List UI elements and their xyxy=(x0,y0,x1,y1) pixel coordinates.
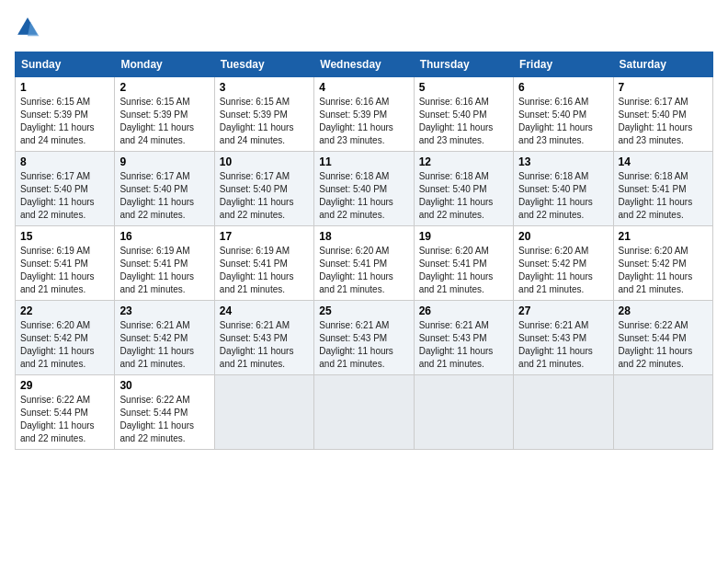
day-info: Sunrise: 6:20 AM Sunset: 5:42 PM Dayligh… xyxy=(619,245,708,296)
daylight-label: Daylight: 11 hours and 23 minutes. xyxy=(619,122,693,145)
sunrise-label: Sunrise: 6:19 AM xyxy=(20,246,90,256)
sunset-label: Sunset: 5:44 PM xyxy=(619,333,687,343)
day-number: 19 xyxy=(419,230,508,243)
sunset-label: Sunset: 5:43 PM xyxy=(518,333,586,343)
day-number: 14 xyxy=(619,155,708,168)
sunset-label: Sunset: 5:40 PM xyxy=(220,184,288,194)
weekday-header-cell: Wednesday xyxy=(314,52,414,77)
calendar-day-cell: 21 Sunrise: 6:20 AM Sunset: 5:42 PM Dayl… xyxy=(613,226,712,301)
calendar-day-cell: 2 Sunrise: 6:15 AM Sunset: 5:39 PM Dayli… xyxy=(115,77,214,152)
day-number: 20 xyxy=(518,230,608,243)
calendar-day-cell: 23 Sunrise: 6:21 AM Sunset: 5:42 PM Dayl… xyxy=(115,301,214,375)
day-info: Sunrise: 6:16 AM Sunset: 5:40 PM Dayligh… xyxy=(419,96,508,147)
calendar-day-cell: 22 Sunrise: 6:20 AM Sunset: 5:42 PM Dayl… xyxy=(16,301,115,375)
calendar-day-cell: 29 Sunrise: 6:22 AM Sunset: 5:44 PM Dayl… xyxy=(16,375,115,450)
day-number: 2 xyxy=(119,81,209,94)
day-number: 18 xyxy=(319,230,408,243)
daylight-label: Daylight: 11 hours and 22 minutes. xyxy=(319,197,393,220)
calendar-day-cell: 7 Sunrise: 6:17 AM Sunset: 5:40 PM Dayli… xyxy=(613,77,712,152)
sunset-label: Sunset: 5:39 PM xyxy=(20,109,88,120)
day-number: 30 xyxy=(119,379,209,392)
calendar-day-cell: 13 Sunrise: 6:18 AM Sunset: 5:40 PM Dayl… xyxy=(514,152,613,226)
sunrise-label: Sunrise: 6:21 AM xyxy=(119,320,189,330)
daylight-label: Daylight: 11 hours and 21 minutes. xyxy=(20,271,95,294)
calendar-body: 1 Sunrise: 6:15 AM Sunset: 5:39 PM Dayli… xyxy=(16,77,713,450)
sunrise-label: Sunrise: 6:16 AM xyxy=(319,97,389,107)
daylight-label: Daylight: 11 hours and 21 minutes. xyxy=(518,346,593,369)
calendar-day-cell xyxy=(214,375,313,450)
sunrise-label: Sunrise: 6:22 AM xyxy=(20,395,90,405)
sunrise-label: Sunrise: 6:22 AM xyxy=(619,320,688,330)
sunrise-label: Sunrise: 6:17 AM xyxy=(220,171,290,181)
sunrise-label: Sunrise: 6:21 AM xyxy=(319,320,389,330)
daylight-label: Daylight: 11 hours and 21 minutes. xyxy=(619,271,693,294)
day-number: 17 xyxy=(220,230,309,243)
sunset-label: Sunset: 5:40 PM xyxy=(20,184,88,194)
day-info: Sunrise: 6:16 AM Sunset: 5:40 PM Dayligh… xyxy=(518,96,608,147)
day-info: Sunrise: 6:22 AM Sunset: 5:44 PM Dayligh… xyxy=(619,319,708,371)
sunrise-label: Sunrise: 6:20 AM xyxy=(419,246,489,256)
day-number: 5 xyxy=(419,81,508,94)
sunrise-label: Sunrise: 6:21 AM xyxy=(419,320,489,330)
daylight-label: Daylight: 11 hours and 22 minutes. xyxy=(619,197,693,220)
calendar-day-cell xyxy=(314,375,414,450)
calendar-day-cell: 16 Sunrise: 6:19 AM Sunset: 5:41 PM Dayl… xyxy=(115,226,214,301)
calendar-table: SundayMondayTuesdayWednesdayThursdayFrid… xyxy=(15,52,713,450)
calendar-day-cell: 27 Sunrise: 6:21 AM Sunset: 5:43 PM Dayl… xyxy=(514,301,613,375)
sunset-label: Sunset: 5:40 PM xyxy=(518,184,586,194)
daylight-label: Daylight: 11 hours and 21 minutes. xyxy=(419,346,494,369)
sunset-label: Sunset: 5:39 PM xyxy=(319,109,387,120)
sunrise-label: Sunrise: 6:21 AM xyxy=(220,320,290,330)
weekday-header-cell: Sunday xyxy=(16,52,115,77)
daylight-label: Daylight: 11 hours and 21 minutes. xyxy=(419,271,494,294)
daylight-label: Daylight: 11 hours and 22 minutes. xyxy=(220,197,294,220)
daylight-label: Daylight: 11 hours and 23 minutes. xyxy=(518,122,593,145)
calendar-day-cell: 14 Sunrise: 6:18 AM Sunset: 5:41 PM Dayl… xyxy=(613,152,712,226)
sunset-label: Sunset: 5:39 PM xyxy=(220,109,288,120)
daylight-label: Daylight: 11 hours and 21 minutes. xyxy=(319,271,393,294)
sunrise-label: Sunrise: 6:18 AM xyxy=(518,171,588,181)
calendar-day-cell: 3 Sunrise: 6:15 AM Sunset: 5:39 PM Dayli… xyxy=(214,77,313,152)
sunset-label: Sunset: 5:43 PM xyxy=(419,333,487,343)
day-info: Sunrise: 6:17 AM Sunset: 5:40 PM Dayligh… xyxy=(619,96,708,147)
day-info: Sunrise: 6:21 AM Sunset: 5:43 PM Dayligh… xyxy=(518,319,608,371)
sunset-label: Sunset: 5:40 PM xyxy=(518,109,586,120)
daylight-label: Daylight: 11 hours and 21 minutes. xyxy=(20,346,95,369)
day-number: 21 xyxy=(619,230,708,243)
sunrise-label: Sunrise: 6:18 AM xyxy=(319,171,389,181)
calendar-day-cell: 19 Sunrise: 6:20 AM Sunset: 5:41 PM Dayl… xyxy=(414,226,513,301)
day-number: 15 xyxy=(20,230,109,243)
weekday-header-row: SundayMondayTuesdayWednesdayThursdayFrid… xyxy=(16,52,713,77)
day-info: Sunrise: 6:17 AM Sunset: 5:40 PM Dayligh… xyxy=(20,170,109,222)
day-info: Sunrise: 6:18 AM Sunset: 5:40 PM Dayligh… xyxy=(518,170,608,222)
sunset-label: Sunset: 5:40 PM xyxy=(119,184,188,194)
day-info: Sunrise: 6:22 AM Sunset: 5:44 PM Dayligh… xyxy=(20,394,109,445)
sunset-label: Sunset: 5:43 PM xyxy=(319,333,387,343)
sunrise-label: Sunrise: 6:22 AM xyxy=(119,395,189,405)
calendar-day-cell: 4 Sunrise: 6:16 AM Sunset: 5:39 PM Dayli… xyxy=(314,77,414,152)
sunset-label: Sunset: 5:42 PM xyxy=(518,259,586,269)
sunrise-label: Sunrise: 6:15 AM xyxy=(119,97,189,107)
day-number: 10 xyxy=(220,155,309,168)
sunrise-label: Sunrise: 6:20 AM xyxy=(319,246,389,256)
sunrise-label: Sunrise: 6:16 AM xyxy=(419,97,489,107)
sunset-label: Sunset: 5:40 PM xyxy=(419,184,487,194)
calendar-day-cell: 30 Sunrise: 6:22 AM Sunset: 5:44 PM Dayl… xyxy=(115,375,214,450)
day-info: Sunrise: 6:21 AM Sunset: 5:42 PM Dayligh… xyxy=(119,319,209,371)
sunset-label: Sunset: 5:40 PM xyxy=(319,184,387,194)
weekday-header-cell: Tuesday xyxy=(214,52,313,77)
daylight-label: Daylight: 11 hours and 21 minutes. xyxy=(518,271,593,294)
sunset-label: Sunset: 5:44 PM xyxy=(119,408,188,418)
calendar-week-row: 1 Sunrise: 6:15 AM Sunset: 5:39 PM Dayli… xyxy=(16,77,713,152)
day-info: Sunrise: 6:20 AM Sunset: 5:42 PM Dayligh… xyxy=(20,319,109,371)
calendar-week-row: 29 Sunrise: 6:22 AM Sunset: 5:44 PM Dayl… xyxy=(16,375,713,450)
sunset-label: Sunset: 5:41 PM xyxy=(419,259,487,269)
daylight-label: Daylight: 11 hours and 22 minutes. xyxy=(619,346,693,369)
sunrise-label: Sunrise: 6:16 AM xyxy=(518,97,588,107)
weekday-header-cell: Friday xyxy=(514,52,613,77)
sunrise-label: Sunrise: 6:20 AM xyxy=(518,246,588,256)
daylight-label: Daylight: 11 hours and 22 minutes. xyxy=(20,197,95,220)
day-number: 3 xyxy=(220,81,309,94)
daylight-label: Daylight: 11 hours and 22 minutes. xyxy=(419,197,494,220)
sunrise-label: Sunrise: 6:18 AM xyxy=(619,171,688,181)
